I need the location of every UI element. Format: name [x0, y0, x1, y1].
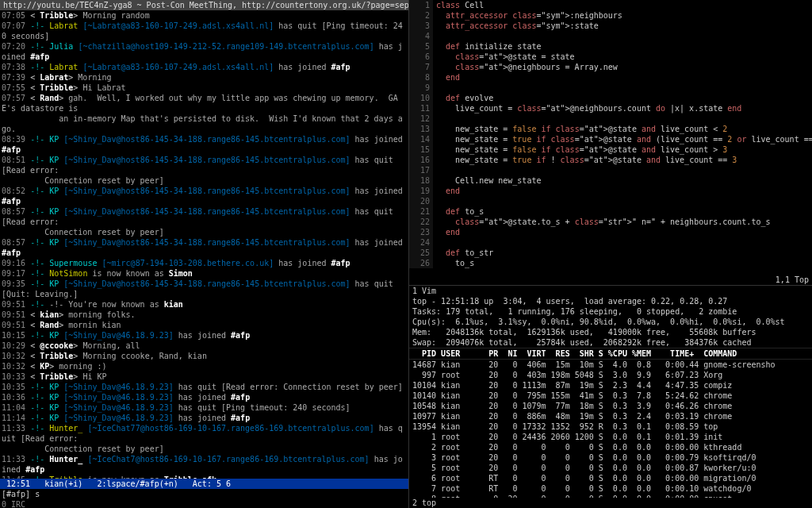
irc-line: Connection reset by peer]: [2, 175, 407, 186]
irc-line: 07:07 -!- Labrat [~Labrat@a83-160-107-24…: [2, 21, 407, 41]
irc-line: 10:33 < Tribble> Hi KP: [2, 371, 407, 382]
irc-line: 10:32 < Tribble> Morning ccooke, Rand, k…: [2, 351, 407, 361]
irc-line: 08:39 -!- KP [~Shiny_Dav@host86-145-34-1…: [2, 134, 407, 155]
irc-pane: http://youtu.be/TEC4nZ-yga8 ~ Post-Con M…: [0, 0, 409, 508]
irc-line: 08:52 -!- KP [~Shiny_Dav@host86-145-34-1…: [2, 186, 407, 206]
process-row[interactable]: 14687 kian 20 0 406m 15m 10m S 4.0 0.8 0…: [412, 360, 809, 370]
top-process-list[interactable]: 14687 kian 20 0 406m 15m 10m S 4.0 0.8 0…: [409, 360, 812, 498]
irc-line: 07:38 -!- Labrat [~Labrat@a83-160-107-24…: [2, 62, 407, 72]
process-row[interactable]: 13954 kian 20 0 17332 1352 952 R 0.3 0.1…: [412, 421, 809, 432]
irc-line: 09:17 -!- NotSimon is now known as Simon: [2, 268, 407, 279]
irc-line: 09:51 -!- -!- You're now known as kian: [2, 299, 407, 310]
irc-line: 07:57 < Rand> gah. Well, I worked out wh…: [2, 93, 407, 114]
top-pane[interactable]: top - 12:51:18 up 3:04, 4 users, load av…: [409, 296, 812, 498]
irc-statusbar: 12:51 kian(+i) 2:lspace/#afp(+n) Act: 5 …: [0, 479, 408, 489]
process-row[interactable]: 10140 kian 20 0 795m 155m 41m S 0.3 7.8 …: [412, 391, 809, 401]
process-row[interactable]: 7 root RT 0 0 0 0 S 0.0 0.0 0:00.10 watc…: [412, 483, 809, 494]
irc-line: 07:05 < Tribble> Morning random: [2, 10, 407, 21]
tmux-tab-vim[interactable]: 1 Vim: [409, 285, 812, 296]
irc-line: 11:04 -!- KP [~Shiny_Dav@46.18.9.23] has…: [2, 402, 407, 413]
process-row[interactable]: 10104 kian 20 0 1113m 87m 19m S 2.3 4.4 …: [412, 380, 809, 391]
irc-line: 09:51 < kian> morning folks.: [2, 310, 407, 320]
irc-line: 08:57 -!- KP [~Shiny_Dav@host86-145-34-1…: [2, 206, 407, 227]
irc-line: 10:35 -!- KP [~Shiny_Dav@46.18.9.23] has…: [2, 382, 407, 392]
line-gutter: 1234567891011121314151617181920212223242…: [409, 0, 433, 268]
vim-status-right: 1,1 Top: [776, 275, 809, 285]
irc-line: 09:51 < Rand> mornin kian: [2, 320, 407, 330]
process-row[interactable]: 997 root 20 0 403m 198m 5048 S 3.0 9.9 6…: [412, 370, 809, 380]
irc-line: 07:20 -!- Julia [~chatzilla@host109-149-…: [2, 41, 407, 62]
process-row[interactable]: 5 root 20 0 0 0 0 S 0.0 0.0 0:00.87 kwor…: [412, 463, 809, 473]
process-row[interactable]: 3 root 20 0 0 0 0 S 0.0 0.0 0:00.79 ksof…: [412, 452, 809, 463]
top-columns: PID USER PR NI VIRT RES SHR S %CPU %MEM …: [409, 348, 812, 360]
irc-line: 10:29 < @ccooke> Morning, all: [2, 341, 407, 351]
tmux-tab-irc[interactable]: 0 IRC: [0, 499, 408, 508]
irc-line: 08:57 -!- KP [~Shiny_Dav@host86-145-34-1…: [2, 237, 407, 258]
irc-line: 11:33 -!- Hunter_ [~IceChat77@host86-169…: [2, 423, 407, 444]
irc-line: 10:36 -!- KP [~Shiny_Dav@46.18.9.23] has…: [2, 392, 407, 402]
irc-line: an in-memory Map that's persisted to dis…: [2, 114, 407, 134]
top-summary: top - 12:51:18 up 3:04, 4 users, load av…: [409, 296, 812, 348]
code-area[interactable]: class Cell attr_accessor class="sym">:ne…: [436, 0, 812, 268]
process-row[interactable]: 10977 kian 20 0 886m 48m 19m S 0.3 2.4 0…: [412, 411, 809, 421]
irc-titlebar: http://youtu.be/TEC4nZ-yga8 ~ Post-Con M…: [0, 0, 408, 10]
irc-buffer[interactable]: 07:05 < Tribble> Morning random07:07 -!-…: [0, 10, 408, 479]
irc-line: 09:35 -!- KP [~Shiny_Dav@host86-145-34-1…: [2, 279, 407, 299]
irc-line: 08:51 -!- KP [~Shiny_Dav@host86-145-34-1…: [2, 155, 407, 175]
process-row[interactable]: 10548 kian 20 0 1079m 77m 18m S 0.3 3.9 …: [412, 401, 809, 411]
vim-editor[interactable]: 1234567891011121314151617181920212223242…: [409, 0, 812, 275]
irc-line: 07:39 < Labrat> Morning: [2, 72, 407, 83]
process-row[interactable]: 2 root 20 0 0 0 0 S 0.0 0.0 0:00.00 kthr…: [412, 442, 809, 452]
irc-line: 10:15 -!- KP [~Shiny_Dav@46.18.9.23] has…: [2, 330, 407, 341]
irc-line: 10:32 < KP> morning :): [2, 361, 407, 371]
process-row[interactable]: 1 root 20 0 24436 2060 1200 S 0.0 0.1 0:…: [412, 432, 809, 442]
tmux-tab-top[interactable]: 2 top: [409, 498, 812, 508]
irc-line: 11:33 -!- Hunter_ [~IceChat7@host86-169-…: [2, 454, 407, 475]
process-row[interactable]: 6 root RT 0 0 0 0 S 0.0 0.0 0:00.00 migr…: [412, 473, 809, 483]
irc-line: 07:55 < Tribble> Hi Labrat: [2, 83, 407, 93]
irc-line: 09:16 -!- Supermouse [~mirc@87-194-103-2…: [2, 258, 407, 268]
vim-statusline: 1,1 Top: [409, 275, 812, 285]
irc-line: 11:14 -!- KP [~Shiny_Dav@46.18.9.23] has…: [2, 413, 407, 423]
irc-line: Connection reset by peer]: [2, 227, 407, 237]
irc-input[interactable]: [#afp] s: [0, 489, 408, 499]
irc-line: Connection reset by peer]: [2, 444, 407, 454]
